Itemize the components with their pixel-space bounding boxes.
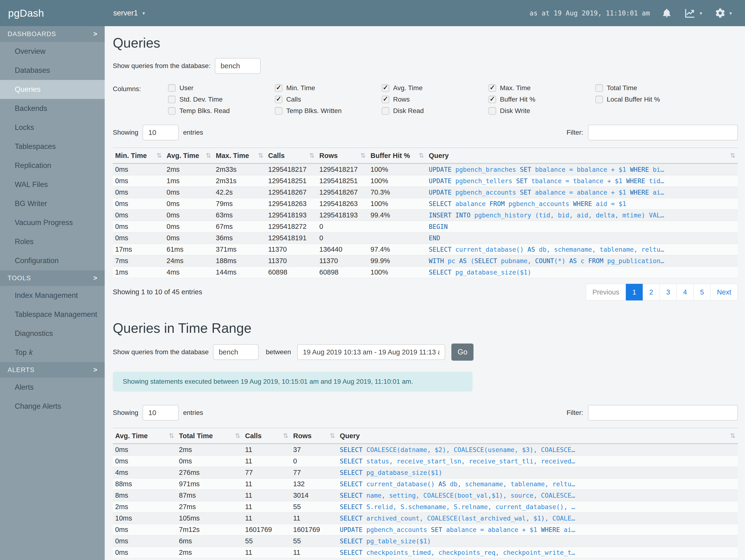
- sidebar-item-roles[interactable]: Roles: [0, 232, 105, 251]
- sort-icon[interactable]: ⇅: [283, 432, 288, 439]
- sort-icon[interactable]: ⇅: [730, 152, 736, 159]
- sort-icon[interactable]: ⇅: [329, 432, 335, 439]
- checked-checkbox-icon[interactable]: [488, 84, 496, 92]
- pagination-page-3[interactable]: 3: [659, 284, 677, 300]
- query-link[interactable]: SELECT checkpoints_timed, checkpoints_re…: [337, 547, 738, 558]
- page-size-input-2[interactable]: [142, 405, 179, 421]
- checkbox-temp-blks-written[interactable]: Temp Blks. Written: [275, 107, 382, 115]
- query-link[interactable]: SELECT COALESCE(datname, $2), COALESCE(u…: [337, 444, 738, 456]
- sidebar-item-queries[interactable]: Queries: [0, 80, 105, 99]
- column-header-query[interactable]: ⇅Query: [426, 148, 738, 163]
- query-link[interactable]: SELECT abalance FROM pgbench_accounts WH…: [426, 198, 738, 209]
- page-size-input[interactable]: [142, 125, 179, 140]
- query-link[interactable]: BEGIN: [426, 221, 738, 232]
- checkbox-rows[interactable]: Rows: [382, 96, 488, 103]
- checkbox-disk-write[interactable]: Disk Write: [488, 107, 595, 115]
- charts-menu-button[interactable]: ▼: [684, 8, 703, 19]
- column-header-avg-time[interactable]: ⇅Avg. Time: [113, 428, 176, 444]
- sort-icon[interactable]: ⇅: [360, 152, 366, 159]
- server-selector[interactable]: server1 ▼: [113, 9, 145, 18]
- sort-icon[interactable]: ⇅: [205, 152, 211, 159]
- column-header-buffer-hit[interactable]: ⇅Buffer Hit %: [368, 148, 426, 163]
- unchecked-checkbox-icon[interactable]: [168, 84, 175, 92]
- query-link[interactable]: WITH pc AS (SELECT pubname, COUNT(*) AS …: [426, 255, 738, 266]
- checkbox-buffer-hit[interactable]: Buffer Hit %: [488, 96, 595, 103]
- sidebar-item-configuration[interactable]: Configuration: [0, 251, 105, 270]
- sidebar-item-alerts[interactable]: Alerts: [0, 378, 105, 397]
- sidebar-item-diagnostics[interactable]: Diagnostics: [0, 324, 105, 343]
- sidebar-item-locks[interactable]: Locks: [0, 118, 105, 137]
- sidebar-section-tools[interactable]: TOOLS>: [0, 270, 105, 286]
- unchecked-checkbox-icon[interactable]: [382, 107, 389, 115]
- column-header-query[interactable]: ⇅Query: [337, 428, 738, 444]
- sort-icon[interactable]: ⇅: [419, 152, 424, 159]
- sort-icon[interactable]: ⇅: [156, 152, 162, 159]
- sidebar-item-change-alerts[interactable]: Change Alerts: [0, 397, 105, 416]
- sidebar-section-dashboards[interactable]: DASHBOARDS>: [0, 26, 105, 42]
- query-link[interactable]: SELECT pg_database_size($1): [337, 467, 738, 479]
- query-link[interactable]: INSERT INTO pgbench_history (tid, bid, a…: [426, 209, 738, 221]
- sort-icon[interactable]: ⇅: [169, 432, 174, 439]
- column-header-total-time[interactable]: ⇅Total Time: [176, 428, 243, 444]
- pagination-page-4[interactable]: 4: [677, 284, 693, 300]
- sidebar-item-tablespaces[interactable]: Tablespaces: [0, 137, 105, 156]
- column-header-avg-time[interactable]: ⇅Avg. Time: [164, 148, 214, 163]
- column-header-max-time[interactable]: ⇅Max. Time: [214, 148, 266, 163]
- sort-icon[interactable]: ⇅: [730, 432, 736, 439]
- unchecked-checkbox-icon[interactable]: [488, 107, 496, 115]
- query-link[interactable]: END: [426, 232, 738, 243]
- column-header-calls[interactable]: ⇅Calls: [243, 428, 291, 444]
- sidebar-item-tablespace-management[interactable]: Tablespace Management: [0, 305, 105, 324]
- pagination-next[interactable]: Next: [710, 284, 738, 300]
- query-link[interactable]: UPDATE pgbench_branches SET bbalance = b…: [426, 163, 738, 175]
- query-link[interactable]: SELECT current_database() AS db, scheman…: [337, 479, 738, 490]
- database-input-2[interactable]: [213, 344, 259, 360]
- checked-checkbox-icon[interactable]: [275, 84, 283, 92]
- sidebar-item-replication[interactable]: Replication: [0, 156, 105, 175]
- checkbox-local-buffer-hit[interactable]: Local Buffer Hit %: [595, 96, 702, 103]
- query-link[interactable]: SELECT archived_count, COALESCE(last_arc…: [337, 513, 738, 524]
- column-header-rows[interactable]: ⇅Rows: [291, 428, 337, 444]
- query-link[interactable]: SELECT pg_table_size($1): [337, 535, 738, 547]
- notifications-button[interactable]: [662, 8, 672, 19]
- column-header-min-time[interactable]: ⇅Min. Time: [113, 148, 164, 163]
- filter-input-2[interactable]: [588, 405, 738, 421]
- pagination-page-2[interactable]: 2: [643, 284, 660, 300]
- pagination-page-1[interactable]: 1: [626, 284, 643, 300]
- checkbox-min-time[interactable]: Min. Time: [275, 84, 382, 92]
- checkbox-calls[interactable]: Calls: [275, 96, 382, 103]
- sort-icon[interactable]: ⇅: [258, 152, 263, 159]
- unchecked-checkbox-icon[interactable]: [168, 96, 175, 103]
- checked-checkbox-icon[interactable]: [382, 96, 389, 103]
- checkbox-max-time[interactable]: Max. Time: [488, 84, 595, 92]
- column-header-calls[interactable]: ⇅Calls: [266, 148, 317, 163]
- checkbox-disk-read[interactable]: Disk Read: [382, 107, 488, 115]
- unchecked-checkbox-icon[interactable]: [275, 107, 283, 115]
- checkbox-user[interactable]: User: [168, 84, 275, 92]
- time-range-input[interactable]: [297, 344, 445, 360]
- query-link[interactable]: SELECT current_database() AS db, scheman…: [426, 243, 738, 255]
- pagination-page-5[interactable]: 5: [693, 284, 711, 300]
- unchecked-checkbox-icon[interactable]: [595, 84, 603, 92]
- brand-logo[interactable]: pgDash: [0, 7, 105, 19]
- settings-menu-button[interactable]: ▼: [715, 8, 733, 19]
- checked-checkbox-icon[interactable]: [488, 96, 496, 103]
- sidebar-item-bg-writer[interactable]: BG Writer: [0, 194, 105, 213]
- query-link[interactable]: UPDATE pgbench_accounts SET abalance = a…: [426, 187, 738, 198]
- sidebar-item-databases[interactable]: Databases: [0, 61, 105, 80]
- checkbox-total-time[interactable]: Total Time: [595, 84, 702, 92]
- column-header-rows[interactable]: ⇅Rows: [317, 148, 368, 163]
- query-link[interactable]: UPDATE pgbench_accounts SET abalance = a…: [337, 524, 738, 535]
- query-link[interactable]: SELECT pg_database_size($1): [426, 266, 738, 278]
- checkbox-std-dev-time[interactable]: Std. Dev. Time: [168, 96, 275, 103]
- pagination-previous[interactable]: Previous: [586, 284, 626, 300]
- query-link[interactable]: SELECT status, receive_start_lsn, receiv…: [337, 456, 738, 467]
- sidebar-section-alerts[interactable]: ALERTS>: [0, 362, 105, 378]
- unchecked-checkbox-icon[interactable]: [595, 96, 603, 103]
- database-input[interactable]: [215, 58, 261, 74]
- checked-checkbox-icon[interactable]: [382, 84, 389, 92]
- sidebar-item-wal-files[interactable]: WAL Files: [0, 175, 105, 194]
- unchecked-checkbox-icon[interactable]: [168, 107, 175, 115]
- checked-checkbox-icon[interactable]: [275, 96, 283, 103]
- query-link[interactable]: SELECT name, setting, COALESCE(boot_val,…: [337, 490, 738, 501]
